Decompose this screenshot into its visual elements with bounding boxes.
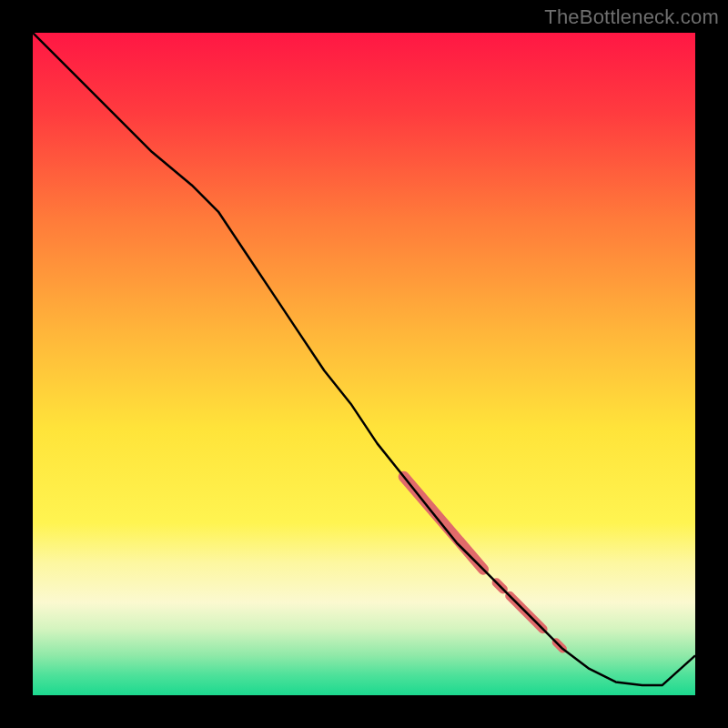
chart-frame: TheBottleneck.com [0, 0, 728, 728]
chart-canvas [33, 33, 695, 695]
watermark-text: TheBottleneck.com [544, 5, 719, 29]
